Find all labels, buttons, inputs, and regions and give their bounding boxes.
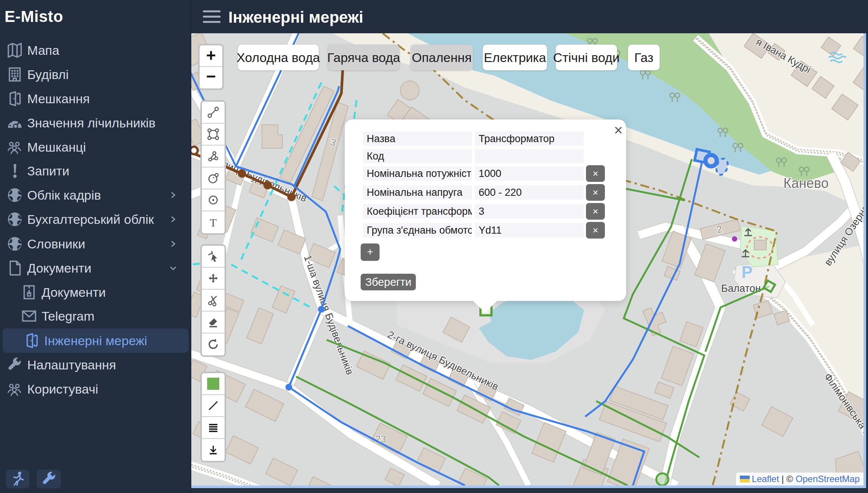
svg-text:Канево: Канево <box>783 175 829 191</box>
svg-text:T: T <box>210 216 217 229</box>
